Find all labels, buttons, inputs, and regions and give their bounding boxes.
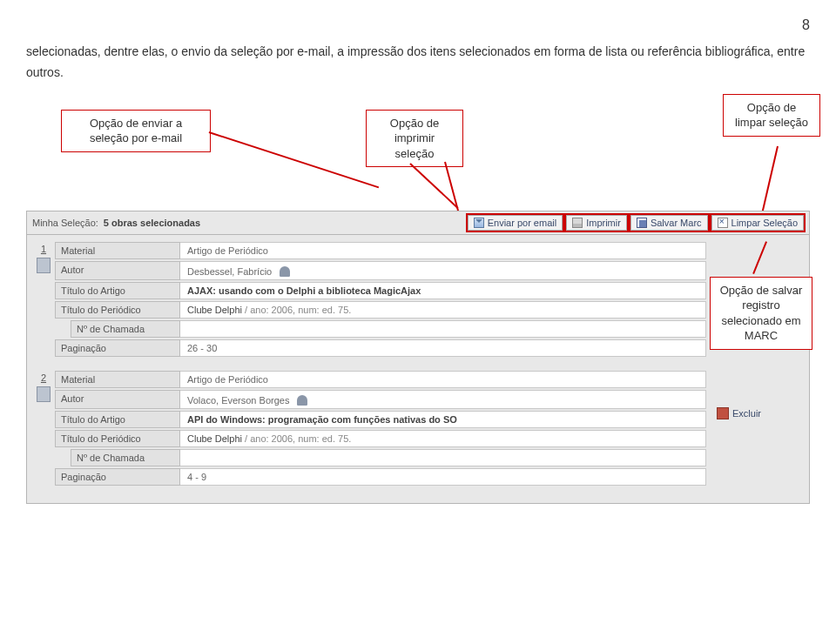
callout-email: Opção de enviar a seleção por e-mail [61,110,211,152]
clear-icon [718,218,728,228]
label-titulo-periodico: Título do Periódico [55,301,180,319]
label-material: Material [55,242,180,259]
periodico-details: / ano: 2006, num: ed. 75. [242,433,351,444]
print-icon [572,218,583,228]
clear-selection-label: Limpar Seleção [732,218,798,228]
value-autor: Desbessel, Fabrício [180,261,706,280]
connector-line [752,241,767,274]
record-actions: Excluir [706,371,804,487]
selection-panel: Minha Seleção: 5 obras selecionadas Envi… [26,211,810,504]
label-autor: Autor [55,390,180,409]
label-paginacao: Paginação [55,339,180,357]
record-item: 1 Material Artigo de Periódico Autor Des… [32,242,804,359]
value-titulo-artigo: AJAX: usando com o Delphi a biblioteca M… [180,282,706,299]
value-num-chamada [180,449,706,466]
value-autor: Volaco, Everson Borges [180,390,706,409]
records-list: 1 Material Artigo de Periódico Autor Des… [27,235,809,503]
print-button[interactable]: Imprimir [566,215,627,231]
label-num-chamada: Nº de Chamada [71,449,180,466]
book-icon [37,258,51,273]
save-icon [637,218,647,228]
record-number: 1 [32,244,55,254]
intro-paragraph: selecionadas, dentre elas, o envio da se… [26,42,810,84]
author-name: Desbessel, Fabrício [187,266,272,277]
record-body: Material Artigo de Periódico Autor Desbe… [55,242,706,359]
send-email-label: Enviar por email [488,218,556,228]
author-name: Volaco, Everson Borges [187,395,289,406]
periodico-details: / ano: 2006, num: ed. 75. [242,305,351,315]
record-index: 2 [32,371,55,487]
value-titulo-periodico: Clube Delphi / ano: 2006, num: ed. 75. [180,301,706,319]
clear-selection-button[interactable]: Limpar Seleção [711,215,804,231]
value-num-chamada [180,320,706,338]
mail-icon [474,218,484,228]
label-paginacao: Paginação [55,468,180,486]
record-number: 2 [32,372,55,383]
periodico-name: Clube Delphi [187,305,242,315]
page-number: 8 [26,17,810,33]
exclude-button[interactable]: Excluir [717,407,761,419]
label-titulo-artigo: Título do Artigo [55,411,180,428]
connector-line [209,131,379,188]
value-material: Artigo de Periódico [180,242,706,259]
record-actions: Opção de salvar registro selecionado em … [706,242,804,359]
label-titulo-artigo: Título do Artigo [55,282,180,299]
exclude-label: Excluir [732,408,761,419]
print-label: Imprimir [586,218,621,228]
value-paginacao: 4 - 9 [180,468,706,486]
trash-icon [717,407,729,419]
toolbar-title-count: 5 obras selecionadas [104,218,200,228]
callout-marc: Opção de salvar registro selecionado em … [710,277,812,350]
label-num-chamada: Nº de Chamada [71,320,180,338]
save-marc-label: Salvar Marc [651,218,702,228]
callouts-area: Opção de enviar a seleção por e-mail Opç… [26,110,810,205]
value-material: Artigo de Periódico [180,371,706,388]
value-titulo-periodico: Clube Delphi / ano: 2006, num: ed. 75. [180,430,706,447]
save-marc-button[interactable]: Salvar Marc [630,215,708,231]
value-titulo-artigo: API do Windows: programação com funções … [180,411,706,428]
selection-toolbar: Minha Seleção: 5 obras selecionadas Envi… [27,211,809,235]
label-titulo-periodico: Título do Periódico [55,430,180,447]
callout-print: Opção de imprimir seleção [366,110,463,168]
toolbar-title-label: Minha Seleção: [32,218,98,228]
person-icon [280,266,290,277]
person-icon [297,395,307,406]
record-index: 1 [32,242,55,359]
book-icon [37,386,51,402]
record-body: Material Artigo de Periódico Autor Volac… [55,371,706,487]
callout-clear: Opção de limpar seleção [723,94,820,137]
periodico-name: Clube Delphi [187,433,242,444]
send-email-button[interactable]: Enviar por email [468,215,563,231]
label-autor: Autor [55,261,180,280]
label-material: Material [55,371,180,388]
value-paginacao: 26 - 30 [180,339,706,357]
record-item: 2 Material Artigo de Periódico Autor Vol… [32,371,804,487]
